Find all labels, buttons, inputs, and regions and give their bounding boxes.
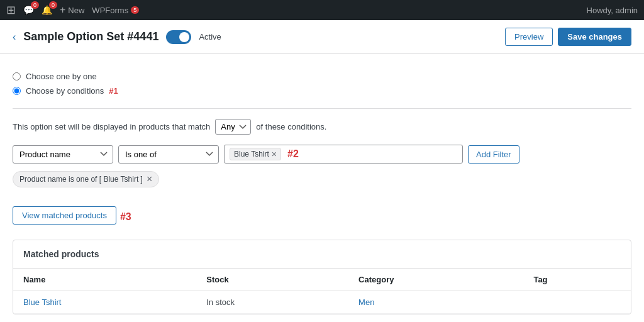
plus-icon: + (60, 4, 65, 16)
matched-products-section: Matched products Name Stock Category Tag… (13, 240, 631, 314)
matched-products-table: Name Stock Category Tag Blue Tshirt In s… (13, 269, 631, 314)
condition-suffix: of these conditions. (256, 122, 326, 131)
filter-value-tag: Blue Tshirt × (230, 148, 281, 160)
active-filter-badge: Product name is one of [ Blue Tshirt ] × (13, 171, 159, 187)
match-select[interactable]: Any All (215, 119, 251, 135)
view-matched-button[interactable]: View matched products (13, 206, 116, 225)
cell-tag (523, 291, 631, 314)
wpforms-text: WPForms (92, 6, 128, 15)
page-header: ‹ Sample Option Set #4441 Active Preview… (0, 20, 644, 54)
add-filter-button[interactable]: Add Filter (468, 145, 519, 164)
category-link[interactable]: Men (358, 297, 374, 307)
radio-group: Choose one by one Choose by conditions #… (13, 67, 631, 106)
back-arrow[interactable]: ‹ (13, 31, 16, 43)
save-button[interactable]: Save changes (558, 28, 631, 46)
cell-stock: In stock (196, 291, 348, 314)
product-link[interactable]: Blue Tshirt (23, 297, 61, 307)
howdy-text: Howdy, admin (587, 6, 638, 15)
col-stock: Stock (196, 269, 348, 291)
wp-logo-icon: ⊞ (6, 3, 16, 17)
radio-conditions-input[interactable] (13, 87, 21, 95)
radio-conditions-label: Choose by conditions (26, 86, 104, 96)
view-matched-label: View matched products (22, 211, 107, 220)
updates-badge: 0 (49, 1, 57, 9)
view-matched-row: View matched products #3 (13, 206, 631, 227)
page-header-right: Preview Save changes (505, 28, 631, 46)
cell-name: Blue Tshirt (13, 291, 196, 314)
matched-products-header: Matched products (13, 240, 631, 269)
radio-choose-one[interactable]: Choose one by one (13, 72, 631, 81)
new-button[interactable]: + New (60, 4, 84, 16)
toggle-slider (166, 30, 191, 44)
page-header-left: ‹ Sample Option Set #4441 Active (13, 30, 221, 44)
cell-category: Men (348, 291, 523, 314)
col-tag: Tag (523, 269, 631, 291)
hashtag2-label: #2 (287, 148, 299, 160)
table-header-row: Name Stock Category Tag (13, 269, 631, 291)
condition-line: This option set will be displayed in pro… (13, 119, 631, 135)
active-filter-area: Product name is one of [ Blue Tshirt ] × (13, 171, 631, 197)
hashtag3-label: #3 (120, 211, 131, 223)
admin-bar-left: ⊞ 💬 0 🔔 0 + New WPForms 5 (6, 3, 577, 17)
admin-bar-right: Howdy, admin (587, 6, 638, 15)
col-category: Category (348, 269, 523, 291)
hashtag1-label: #1 (109, 86, 118, 96)
remove-badge-icon[interactable]: × (147, 174, 152, 184)
comments-badge: 0 (31, 1, 39, 9)
remove-tag-icon[interactable]: × (272, 150, 277, 158)
main-content: Choose one by one Choose by conditions #… (0, 54, 644, 322)
filter-value-container: Blue Tshirt × #2 (224, 145, 463, 164)
filter-field-select[interactable]: Product name (13, 145, 113, 164)
wpforms-label[interactable]: WPForms 5 (92, 6, 139, 15)
col-name: Name (13, 269, 196, 291)
filter-row: Product name Is one of Blue Tshirt × #2 … (13, 145, 631, 164)
admin-bar: ⊞ 💬 0 🔔 0 + New WPForms 5 Howdy, admin (0, 0, 644, 20)
active-filter-text: Product name is one of [ Blue Tshirt ] (19, 175, 143, 184)
radio-choose-conditions[interactable]: Choose by conditions #1 (13, 86, 631, 96)
page-title: Sample Option Set #4441 (23, 30, 158, 43)
condition-prefix: This option set will be displayed in pro… (13, 122, 210, 131)
active-label: Active (199, 32, 221, 42)
table-row: Blue Tshirt In stock Men (13, 291, 631, 314)
radio-one-input[interactable] (13, 72, 21, 80)
wpforms-badge: 5 (131, 6, 139, 14)
filter-tag-text: Blue Tshirt (234, 150, 269, 158)
new-label: New (68, 6, 84, 15)
active-toggle[interactable] (166, 30, 191, 44)
radio-one-label: Choose one by one (26, 72, 97, 81)
preview-button[interactable]: Preview (505, 28, 553, 46)
comments-notification[interactable]: 💬 0 (23, 5, 34, 15)
filter-operator-select[interactable]: Is one of (118, 145, 219, 164)
updates-notification[interactable]: 🔔 0 (42, 5, 52, 15)
divider (13, 108, 631, 109)
